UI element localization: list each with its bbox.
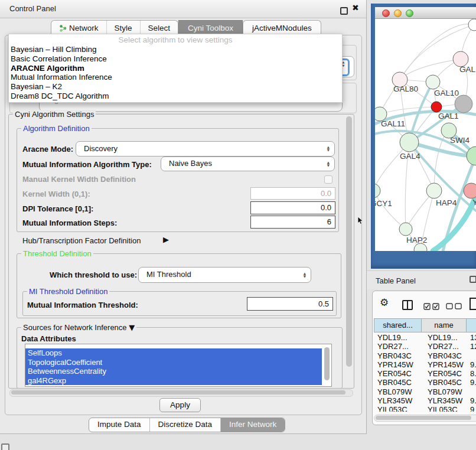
data-attribute-item[interactable]: TopologicalCoefficient — [25, 358, 322, 367]
network-node-label: Y — [472, 198, 476, 207]
mi-threshold-title: MI Threshold Definition — [27, 287, 109, 296]
table-cell: YBR043C — [422, 351, 467, 360]
network-node-label: GAL10 — [434, 89, 459, 97]
table-row[interactable]: YBR045CYBR045C9. — [374, 378, 476, 387]
algorithm-option[interactable]: Basic Correlation Inference — [9, 54, 342, 64]
column-header-name[interactable]: name — [421, 318, 467, 332]
mi-type-combobox[interactable]: Naive Bayes ▲▼ — [161, 156, 335, 171]
table-row[interactable]: YIL053CYIL053C9 — [374, 405, 476, 412]
network-node-gcy1[interactable] — [375, 184, 380, 198]
collapse-arrow-icon[interactable]: ▼ — [129, 323, 135, 332]
algorithm-option[interactable]: Bayesian – K2 — [9, 82, 342, 92]
table-cell: YLR345W — [422, 396, 467, 405]
mi-type-value: Naive Bayes — [169, 159, 212, 168]
network-node-gal1[interactable] — [431, 102, 442, 112]
table-panel-title: Table Panel — [376, 276, 416, 285]
table-cell: 12 — [467, 342, 476, 351]
network-node-gal4[interactable] — [400, 133, 419, 152]
tab-infer-network[interactable]: Infer Network — [220, 418, 285, 432]
network-node-label: GAL1 — [438, 112, 459, 120]
stepper-icon: ▲▼ — [304, 272, 306, 278]
table-cell: YDR27... — [422, 342, 467, 351]
zoom-traffic-light-icon[interactable] — [406, 9, 413, 17]
cyni-algorithm-settings-title: Cyni Algorithm Settings — [13, 110, 96, 119]
table-cell: 9. — [467, 360, 476, 369]
network-node-label: SWI4 — [450, 136, 470, 145]
table-row[interactable]: YBL079WYBL079W — [374, 387, 476, 396]
network-canvas[interactable]: GALGAL80GAL10GAL1GAL11SWI4GAL4GCY1HAP4YH… — [375, 19, 476, 251]
close-icon[interactable]: ✖ — [352, 3, 359, 12]
table-hscrollbar-thumb[interactable] — [376, 416, 471, 420]
column-header-3[interactable] — [466, 318, 476, 332]
table-row[interactable]: YBR043CYBR043C — [374, 351, 476, 360]
table-cell: YPR145W — [374, 360, 422, 369]
data-attribute-item[interactable]: BetweennessCentrality — [25, 367, 322, 376]
control-panel-titlebar[interactable]: Control Panel ✖ — [0, 0, 366, 18]
stepper-icon: ▲▼ — [327, 146, 330, 152]
data-attribute-item[interactable]: SelfLoops — [25, 348, 322, 358]
network-node-gal10[interactable] — [426, 75, 440, 89]
tab-cyni-toolbox-label: Cyni Toolbox — [188, 24, 233, 32]
network-node-hap2[interactable] — [399, 223, 412, 236]
network-node-hap4[interactable] — [426, 183, 442, 198]
table-row[interactable]: YDR27...YDR27...12 — [374, 342, 476, 351]
algorithm-option[interactable]: Bayesian – Hill Climbing — [9, 45, 342, 54]
table-row[interactable]: YER054CYER054C8. — [374, 369, 476, 378]
table-row[interactable]: YPR145WYPR145W9. — [374, 360, 476, 369]
settings-hscrollbar-thumb[interactable] — [11, 390, 345, 394]
mi-steps-field[interactable]: 6 — [250, 216, 335, 229]
settings-scrollbar-thumb[interactable] — [346, 116, 352, 367]
sources-title-text: Sources for Network Inference — [23, 323, 127, 332]
network-node[interactable] — [468, 19, 476, 31]
tab-style-label: Style — [115, 24, 132, 32]
threshold-definition-title: Threshold Definition — [21, 249, 93, 258]
settings-scrollbar[interactable] — [345, 115, 353, 387]
table-cell — [467, 387, 470, 396]
gear-icon[interactable]: ⚙ — [380, 296, 389, 308]
deselect-all-checkboxes-icon[interactable] — [446, 303, 462, 312]
network-view-window: GALGAL80GAL10GAL1GAL11SWI4GAL4GCY1HAP4YH… — [371, 4, 476, 269]
settings-hscrollbar[interactable] — [9, 389, 353, 397]
select-all-checkboxes-icon[interactable] — [423, 303, 439, 312]
minimize-traffic-light-icon[interactable] — [394, 9, 402, 17]
close-traffic-light-icon[interactable] — [382, 9, 390, 17]
data-attributes-list[interactable]: SelfLoopsTopologicalCoefficientBetweenne… — [25, 344, 332, 387]
manual-kernel-checkbox[interactable] — [324, 175, 332, 184]
algorithm-option[interactable]: Dream8 DC_TDC Algorithm — [9, 92, 342, 101]
document-icon[interactable] — [468, 297, 476, 313]
float-window-icon[interactable] — [470, 276, 476, 283]
table-cell: YBR045C — [374, 378, 422, 387]
network-window-titlebar[interactable] — [375, 7, 476, 19]
kernel-width-field[interactable]: 0.0 — [250, 187, 335, 200]
algorithm-definition-title: Algorithm Definition — [21, 124, 92, 133]
table-panel-titlebar[interactable]: Table Panel — [367, 270, 476, 289]
which-threshold-combobox[interactable]: MI Threshold ▲▼ — [138, 267, 311, 283]
table-cell: YDL19... — [374, 333, 422, 342]
table-row[interactable]: YLR345WYLR345W9. — [374, 396, 476, 405]
table-row[interactable]: YDL19...YDL19...13 — [374, 333, 476, 342]
mi-threshold-field[interactable]: 0.5 — [247, 297, 333, 311]
network-node[interactable] — [455, 95, 472, 113]
expand-arrow-icon[interactable]: ▶ — [163, 235, 169, 244]
aracne-mode-combobox[interactable]: Discovery ▲▼ — [76, 141, 335, 156]
table-cell: 9. — [467, 396, 476, 405]
algorithm-option[interactable]: Mutual Information Inference — [9, 73, 342, 82]
columns-icon[interactable] — [402, 300, 413, 310]
data-attribute-item[interactable]: gal4RGexp — [25, 376, 322, 386]
table-cell: 13 — [467, 333, 476, 342]
table-hscrollbar[interactable] — [374, 415, 476, 422]
network-node-y[interactable] — [464, 183, 476, 198]
table-body: YDL19...YDL19...13YDR27...YDR27...12YBR0… — [374, 333, 476, 412]
data-attributes-label: Data Attributes — [21, 334, 76, 343]
minimized-panel-icon[interactable] — [1, 444, 9, 450]
table-cell: YPR145W — [422, 360, 467, 369]
table-cell: YLR345W — [374, 396, 422, 405]
tab-impute-data[interactable]: Impute Data — [89, 418, 149, 432]
column-header-shared[interactable]: shared... — [374, 318, 422, 332]
dpi-tolerance-field[interactable]: 0.0 — [250, 201, 335, 214]
attributes-scrollbar-thumb[interactable] — [324, 347, 330, 380]
apply-button[interactable]: Apply — [159, 398, 201, 412]
algorithm-option[interactable]: ARACNE Algorithm — [9, 64, 342, 73]
tab-discretize-data[interactable]: Discretize Data — [149, 418, 221, 432]
float-window-icon[interactable] — [340, 7, 348, 15]
